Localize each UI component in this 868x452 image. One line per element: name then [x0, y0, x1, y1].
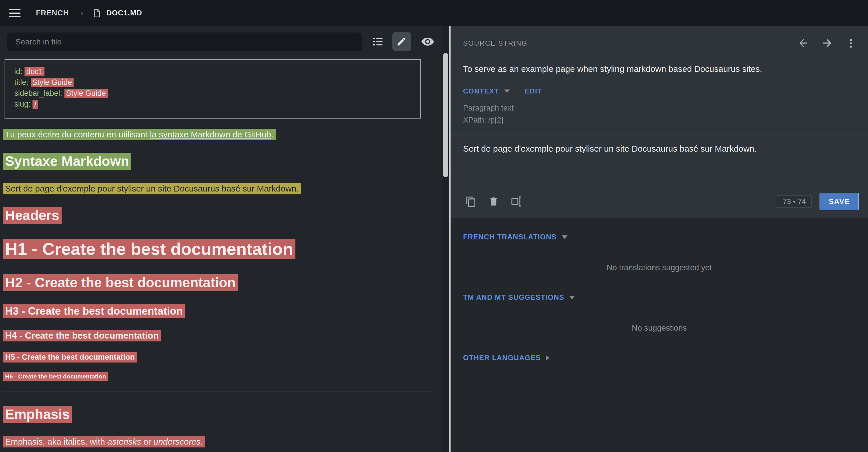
list-view-button[interactable] — [372, 35, 384, 48]
copy-source-button[interactable] — [465, 196, 477, 207]
edit-mode-button[interactable] — [392, 32, 411, 51]
edit-context-button[interactable]: EDIT — [525, 87, 542, 95]
frontmatter-key: title: — [14, 78, 29, 87]
source-string-untranslated[interactable]: Emphasis — [3, 406, 72, 423]
section-tm-mt-suggestions[interactable]: TM AND MT SUGGESTIONS — [451, 294, 868, 301]
section-french-translations[interactable]: FRENCH TRANSLATIONS — [451, 233, 868, 241]
source-string-translated[interactable]: Tu peux écrire du contenu en utilisant l… — [3, 129, 276, 140]
context-xpath-text: XPath: /p[2] — [451, 112, 868, 124]
source-string-text: To serve as an example page when styling… — [451, 49, 868, 73]
heading-headers: Headers — [3, 207, 432, 223]
heading-h6-sample: H6 - Create the best documentation — [3, 373, 432, 380]
heading-h2-sample: H2 - Create the best documentation — [3, 275, 432, 291]
copy-icon — [465, 196, 477, 207]
chevron-down-icon — [504, 90, 510, 93]
source-string-untranslated[interactable]: H3 - Create the best documentation — [3, 304, 185, 318]
document-scrollbar-thumb[interactable] — [443, 53, 448, 177]
source-string-untranslated[interactable]: Emphasis, aka italics, with asterisks or… — [3, 436, 205, 447]
source-string-frontmatter-slug[interactable]: / — [33, 100, 38, 109]
source-string-untranslated[interactable]: Headers — [3, 207, 61, 224]
source-string-selected[interactable]: Sert de page d'exemple pour styliser un … — [3, 183, 301, 194]
source-string-untranslated[interactable]: H4 - Create the best documentation — [3, 330, 161, 342]
document-scrollbar-track[interactable] — [442, 26, 450, 452]
document-content: id: doc1 title: Style Guide sidebar_labe… — [0, 57, 450, 452]
heading-h3-sample: H3 - Create the best documentation — [3, 305, 432, 318]
clear-translation-button[interactable] — [488, 196, 499, 207]
context-row: CONTEXT EDIT — [451, 73, 868, 95]
source-string-label: SOURCE STRING — [463, 39, 528, 47]
text-replace-button[interactable] — [510, 195, 522, 207]
breadcrumb-file[interactable]: DOC1.MD — [106, 8, 142, 17]
intro-text-end: . — [271, 129, 274, 139]
chevron-right-icon: › — [81, 7, 84, 19]
save-button[interactable]: SAVE — [819, 193, 859, 210]
preview-mode-button[interactable] — [421, 35, 435, 49]
frontmatter-line: slug: / — [14, 99, 411, 109]
paragraph-emphasis: Emphasis, aka italics, with asterisks or… — [3, 437, 432, 446]
previous-string-button[interactable] — [797, 37, 809, 49]
chevron-down-icon — [562, 235, 567, 239]
source-string-untranslated[interactable]: H1 - Create the best documentation — [3, 239, 296, 259]
section-title: FRENCH TRANSLATIONS — [463, 233, 557, 241]
italic-text: underscores — [153, 437, 200, 446]
trash-icon — [488, 196, 499, 207]
paragraph-serve: Sert de page d'exemple pour styliser un … — [3, 184, 432, 193]
source-string-frontmatter-title[interactable]: Style Guide — [31, 78, 74, 87]
frontmatter-line: id: doc1 — [14, 66, 411, 77]
hamburger-menu-icon[interactable] — [8, 6, 22, 20]
paragraph-intro: Tu peux écrire du contenu en utilisant l… — [3, 129, 432, 139]
frontmatter-key: sidebar_label: — [14, 89, 62, 97]
search-input[interactable] — [7, 32, 362, 51]
pencil-icon — [397, 36, 407, 47]
markdown-syntax-link[interactable]: la syntaxe Markdown de GitHub — [150, 129, 271, 139]
arrow-right-icon — [821, 37, 833, 49]
document-panel: id: doc1 title: Style Guide sidebar_labe… — [0, 26, 450, 452]
source-string-translated[interactable]: Syntaxe Markdown — [3, 153, 131, 170]
frontmatter-line: sidebar_label: Style Guide — [14, 88, 411, 99]
eye-icon — [421, 35, 435, 49]
frontmatter-key: id: — [14, 67, 23, 76]
arrow-left-icon — [797, 37, 809, 49]
chevron-right-icon — [546, 355, 549, 361]
next-string-button[interactable] — [821, 37, 833, 49]
heading-h1-sample: H1 - Create the best documentation — [3, 239, 432, 259]
translation-actions: 73 • 74 SAVE — [451, 190, 868, 218]
source-string-frontmatter-id[interactable]: doc1 — [25, 67, 45, 76]
kebab-menu-icon — [845, 37, 857, 49]
list-view-icon — [372, 35, 384, 48]
section-title: TM AND MT SUGGESTIONS — [463, 294, 564, 301]
emphasis-text: or — [141, 437, 153, 446]
source-string-untranslated[interactable]: H2 - Create the best documentation — [3, 274, 238, 291]
heading-h4-sample: H4 - Create the best documentation — [3, 331, 432, 341]
source-string-untranslated[interactable]: H5 - Create the best documentation — [3, 352, 137, 362]
source-string-frontmatter-sidebar-label[interactable]: Style Guide — [64, 89, 108, 98]
tm-mt-suggestions-empty: No suggestions — [451, 323, 868, 332]
french-translations-empty: No translations suggested yet — [451, 263, 868, 272]
horizontal-rule — [3, 392, 432, 392]
frontmatter-block: id: doc1 title: Style Guide sidebar_labe… — [5, 59, 421, 119]
chevron-down-icon — [569, 296, 575, 299]
file-icon — [93, 8, 102, 18]
suggestions-area: FRENCH TRANSLATIONS No translations sugg… — [451, 218, 868, 362]
frontmatter-line: title: Style Guide — [14, 77, 411, 88]
section-other-languages[interactable]: OTHER LANGUAGES — [451, 354, 868, 362]
translation-input[interactable]: Sert de page d'exemple pour styliser un … — [451, 134, 868, 190]
emphasis-text: Emphasis, aka italics, with — [5, 437, 107, 446]
character-counter: 73 • 74 — [777, 195, 811, 208]
breadcrumb-project[interactable]: FRENCH — [36, 8, 69, 17]
text-replace-icon — [510, 195, 522, 207]
source-string-card: SOURCE STRING — [451, 26, 868, 218]
italic-text: asterisks — [107, 437, 141, 446]
topbar: FRENCH › DOC1.MD — [0, 0, 868, 26]
more-options-button[interactable] — [845, 37, 857, 49]
context-type-text: Paragraph text — [451, 95, 868, 112]
context-toggle[interactable]: CONTEXT — [463, 87, 499, 95]
intro-text: Tu peux écrire du contenu en utilisant — [5, 129, 150, 139]
section-title: OTHER LANGUAGES — [463, 354, 540, 362]
frontmatter-key: slug: — [14, 100, 31, 108]
document-toolbar — [0, 26, 450, 57]
emphasis-text: . — [200, 437, 203, 446]
source-string-untranslated[interactable]: H6 - Create the best documentation — [3, 372, 108, 381]
source-string-header: SOURCE STRING — [451, 26, 868, 49]
heading-syntaxe-markdown: Syntaxe Markdown — [3, 153, 432, 169]
